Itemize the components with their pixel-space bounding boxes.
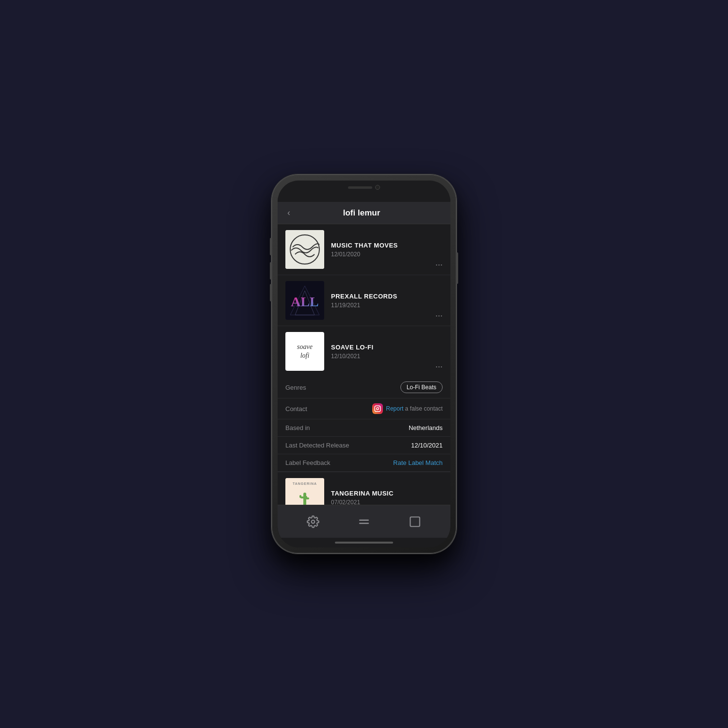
- tab-bar: [278, 505, 450, 538]
- label-date: 12/01/2020: [331, 251, 443, 258]
- svg-rect-14: [299, 495, 301, 498]
- home-indicator: [278, 538, 450, 547]
- page-title: lofi lemur: [296, 208, 427, 218]
- speaker: [348, 186, 372, 189]
- contact-row: Contact Report a false contact: [278, 398, 450, 419]
- label-info: SOAVE LO-FI 12/10/2021: [331, 344, 443, 360]
- label-list[interactable]: MUSIC THAT MOVES 12/01/2020 ···: [278, 224, 450, 505]
- svg-rect-23: [411, 517, 420, 527]
- soave-section: soavelofi SOAVE LO-FI 12/10/2021 ··· Gen…: [278, 326, 450, 472]
- contact-link[interactable]: Report a false contact: [372, 403, 443, 414]
- square-tab[interactable]: [404, 511, 426, 532]
- notch: [328, 181, 400, 194]
- list-item[interactable]: soavelofi SOAVE LO-FI 12/10/2021 ···: [278, 326, 450, 377]
- genres-badge[interactable]: Lo-Fi Beats: [400, 381, 443, 393]
- more-options-button[interactable]: ···: [435, 260, 443, 270]
- based-in-label: Based in: [285, 424, 310, 431]
- list-item[interactable]: MUSIC THAT MOVES 12/01/2020 ···: [278, 224, 450, 275]
- artwork-tangerina: TANGERINA: [285, 478, 324, 505]
- label-date: 11/19/2021: [331, 302, 443, 309]
- last-release-label: Last Detected Release: [285, 442, 349, 449]
- svg-text:TANGERINA: TANGERINA: [293, 482, 317, 485]
- list-item[interactable]: ALL PREXALL RECORDS: [278, 275, 450, 326]
- last-release-value: 12/10/2021: [411, 442, 443, 449]
- phone-screen: ‹ lofi lemur: [278, 181, 450, 547]
- more-options-button[interactable]: ···: [435, 311, 443, 321]
- label-info: MUSIC THAT MOVES 12/01/2020: [331, 242, 443, 258]
- genres-label: Genres: [285, 384, 306, 391]
- back-button[interactable]: ‹: [287, 208, 290, 218]
- based-in-row: Based in Netherlands: [278, 419, 450, 437]
- artwork-soave: soavelofi: [285, 332, 324, 371]
- svg-rect-0: [285, 230, 324, 269]
- label-name: MUSIC THAT MOVES: [331, 242, 443, 249]
- artwork-music-that-moves: [285, 230, 324, 269]
- contact-label: Contact: [285, 405, 307, 413]
- based-in-value: Netherlands: [409, 424, 443, 431]
- more-options-button[interactable]: ···: [435, 362, 443, 372]
- svg-point-20: [311, 520, 314, 523]
- label-name: PREXALL RECORDS: [331, 293, 443, 300]
- label-name: TANGERINA MUSIC: [331, 490, 443, 497]
- camera: [375, 185, 380, 190]
- last-release-row: Last Detected Release 12/10/2021: [278, 437, 450, 454]
- svg-rect-16: [305, 496, 307, 499]
- label-name: SOAVE LO-FI: [331, 344, 443, 351]
- label-info: PREXALL RECORDS 11/19/2021: [331, 293, 443, 309]
- phone-frame: ‹ lofi lemur: [272, 175, 456, 553]
- report-link[interactable]: Report a false contact: [386, 405, 443, 412]
- instagram-icon[interactable]: [372, 403, 383, 414]
- svg-rect-6: [375, 406, 381, 412]
- label-date: 12/10/2021: [331, 353, 443, 360]
- home-bar: [335, 542, 393, 544]
- feedback-row: Label Feedback Rate Label Match: [278, 454, 450, 472]
- header: ‹ lofi lemur: [278, 202, 450, 224]
- label-date: 07/02/2021: [331, 499, 443, 505]
- settings-tab[interactable]: [302, 511, 324, 532]
- feedback-label: Label Feedback: [285, 459, 331, 466]
- screen-content: ‹ lofi lemur: [278, 202, 450, 547]
- label-info: TANGERINA MUSIC 07/02/2021: [331, 490, 443, 505]
- genres-row: Genres Lo-Fi Beats: [278, 377, 450, 398]
- menu-tab[interactable]: [353, 511, 375, 532]
- rate-label-match-button[interactable]: Rate Label Match: [393, 459, 443, 466]
- list-item[interactable]: TANGERINA: [278, 472, 450, 505]
- artwork-prexall: ALL: [285, 281, 324, 320]
- svg-text:ALL: ALL: [291, 294, 319, 309]
